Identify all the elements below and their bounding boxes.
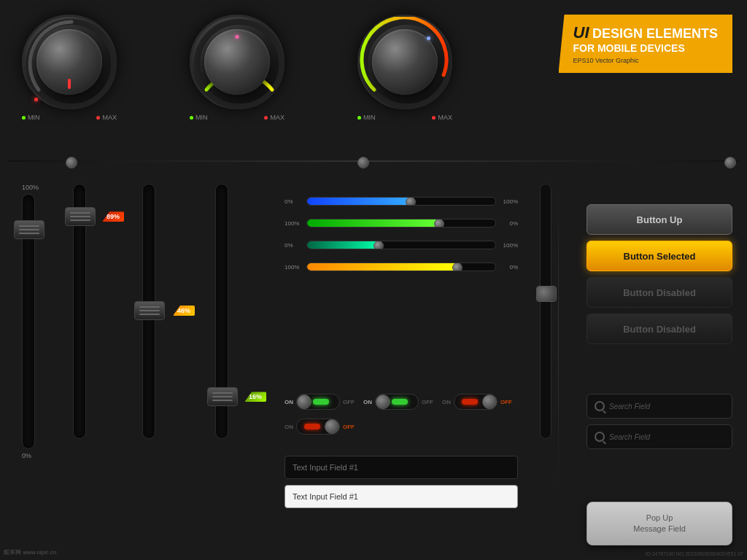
toggle-3-off-label: OFF: [500, 399, 512, 405]
vslider-4-tag: 16%: [244, 392, 266, 402]
pb4-track[interactable]: [306, 262, 496, 271]
toggle-4-on-label: ON: [285, 424, 293, 430]
toggle-3-group: ON OFF: [442, 394, 512, 410]
header-title: UI DESIGN ELEMENTS: [573, 23, 718, 42]
button-up[interactable]: Button Up: [587, 204, 732, 235]
toggle-1-group: ON OFF: [285, 394, 355, 410]
header-subtitle: FOR MOBILE DEVICES: [573, 42, 718, 54]
knob-2-labels: MIN MAX: [190, 114, 285, 121]
toggle-2-on-label: ON: [363, 399, 372, 405]
knob-3-inner: [372, 29, 438, 95]
pb2-thumb[interactable]: [434, 219, 444, 228]
vslider-4-container: 16%: [215, 184, 228, 439]
popup-text: Pop Up Message Field: [633, 513, 686, 535]
vslider-2-tag: 89%: [102, 211, 124, 222]
progress-row-3: 0% 100%: [285, 241, 518, 249]
text-input-2[interactable]: [285, 485, 518, 508]
header-banner: UI DESIGN ELEMENTS FOR MOBILE DEVICES EP…: [559, 15, 732, 73]
vslider-1-container: 100% 0%: [22, 184, 39, 459]
pb4-right-label: 0%: [502, 264, 518, 271]
search-placeholder-2: Search Field: [609, 433, 650, 441]
knob-2-inner: [204, 29, 270, 95]
vslider-4-track[interactable]: 16%: [215, 184, 228, 439]
pb1-left-label: 0%: [285, 198, 301, 205]
button-disabled-1: Button Disabled: [587, 277, 732, 308]
text-inputs-section: [285, 456, 518, 514]
button-disabled-2: Button Disabled: [587, 314, 732, 344]
pb2-fill: [307, 219, 439, 227]
pb3-right-label: 100%: [502, 242, 518, 249]
vslider-right-container: [540, 184, 551, 439]
search-section: Search Field Search Field: [587, 394, 732, 455]
vslider-3-track[interactable]: 46%: [142, 184, 155, 439]
watermark: 昵享网 www.nipic.cn: [4, 548, 56, 556]
knob-1-inner: [36, 29, 102, 95]
knob-1[interactable]: [22, 15, 117, 109]
vslider-2-thumb[interactable]: 89%: [65, 207, 96, 226]
knob-3-labels: MIN MAX: [357, 114, 452, 121]
pb2-track[interactable]: [306, 219, 496, 228]
vslider-right-thumb[interactable]: [536, 286, 557, 302]
pb1-right-label: 100%: [502, 198, 518, 205]
button-selected[interactable]: Button Selected: [587, 241, 732, 271]
search-icon-1: [595, 401, 605, 411]
vslider-1-track[interactable]: [22, 194, 35, 449]
toggle-1-off-label: OFF: [343, 399, 355, 405]
pb1-track[interactable]: [306, 197, 496, 206]
buttons-section: Button Up Button Selected Button Disable…: [587, 204, 732, 350]
toggle-4-switch[interactable]: [296, 419, 340, 435]
pb1-thumb[interactable]: [406, 197, 416, 206]
knob-2[interactable]: [190, 15, 285, 109]
h-bar-knob-right[interactable]: [724, 157, 736, 168]
h-separator-1: [7, 160, 740, 162]
toggle-2-off-label: OFF: [422, 399, 433, 405]
v-separator: [558, 182, 559, 489]
vslider-2-track[interactable]: 89%: [73, 184, 86, 439]
header-eps: EPS10 Vector Graphic: [573, 57, 718, 64]
pb3-thumb[interactable]: [374, 241, 384, 249]
text-input-1[interactable]: [285, 456, 518, 479]
progress-bars-section: 0% 100% 100% 0% 0% 100% 100% 0%: [285, 197, 518, 284]
vslider-3-tag: 46%: [173, 306, 195, 316]
vslider-3-container: 46%: [142, 184, 155, 439]
search-field-1[interactable]: Search Field: [587, 394, 732, 419]
vslider-2-container: 89%: [73, 184, 86, 439]
knob-2-container: MIN MAX: [190, 15, 285, 121]
pb2-right-label: 0%: [502, 220, 518, 227]
pb2-left-label: 100%: [285, 220, 301, 227]
id-text: ID:24787180 NO:202306260924024551 07: [646, 551, 743, 556]
search-icon-2: [595, 432, 605, 442]
knob-3-container: MIN MAX: [357, 15, 452, 121]
knob-3[interactable]: [357, 15, 452, 109]
progress-row-2: 100% 0%: [285, 219, 518, 228]
vslider-4-thumb[interactable]: 16%: [207, 387, 238, 406]
popup-message-field[interactable]: Pop Up Message Field: [587, 502, 732, 545]
pb4-left-label: 100%: [285, 264, 301, 271]
pb3-track[interactable]: [306, 241, 496, 249]
vslider-1-bottom-label: 0%: [22, 452, 39, 459]
toggle-1-switch[interactable]: [296, 394, 340, 410]
toggle-3-switch[interactable]: [454, 394, 498, 410]
vslider-1-top-label: 100%: [22, 184, 39, 191]
pb4-thumb[interactable]: [452, 262, 462, 271]
toggle-2-switch[interactable]: [375, 394, 419, 410]
vslider-right-track[interactable]: [540, 184, 551, 439]
knob-1-container: MIN MAX: [22, 15, 117, 121]
progress-row-4: 100% 0%: [285, 262, 518, 271]
vslider-1-thumb[interactable]: [14, 220, 44, 239]
search-field-2[interactable]: Search Field: [587, 424, 732, 449]
pb4-fill: [307, 263, 457, 271]
toggles-section: ON OFF ON OFF ON OFF ON OFF: [285, 394, 533, 435]
toggle-4-off-label: OFF: [343, 424, 355, 430]
vslider-3-thumb[interactable]: 46%: [134, 301, 165, 320]
toggle-1-on-label: ON: [285, 399, 293, 405]
h-bar-knob-left[interactable]: [66, 157, 77, 168]
toggle-2-group: ON OFF: [363, 394, 433, 410]
knob-1-labels: MIN MAX: [22, 114, 117, 121]
progress-row-1: 0% 100%: [285, 197, 518, 206]
toggle-3-on-label: ON: [442, 399, 451, 405]
h-bar-knob-mid[interactable]: [357, 157, 369, 168]
pb3-left-label: 0%: [285, 242, 301, 249]
pb3-fill: [307, 241, 379, 249]
toggle-4-group: ON OFF: [285, 419, 355, 435]
